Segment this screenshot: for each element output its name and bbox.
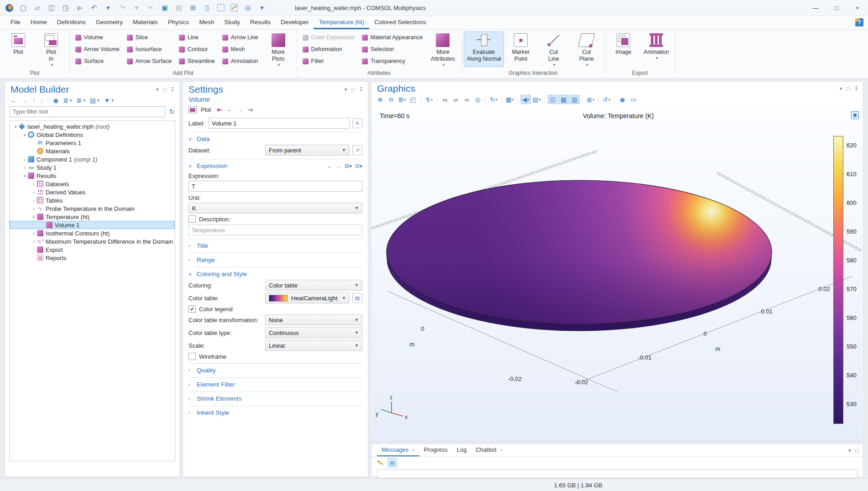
unit-select[interactable]: K▼ bbox=[188, 203, 362, 214]
pin-panel-icon[interactable]: ↧ bbox=[359, 86, 363, 93]
next-expression-icon[interactable]: → bbox=[336, 163, 341, 169]
tree-expander-icon[interactable]: › bbox=[21, 157, 28, 162]
close-button[interactable]: × bbox=[847, 0, 868, 16]
streamline-button[interactable]: Streamline bbox=[176, 56, 218, 67]
view-xy-icon[interactable]: xy bbox=[440, 95, 450, 104]
ribbon-tab-developer[interactable]: Developer bbox=[276, 16, 314, 29]
tree-node-results[interactable]: ∨Results bbox=[10, 172, 175, 180]
tree-node-materials[interactable]: Materials bbox=[10, 147, 175, 155]
filter-funnel-icon[interactable]: ▼▾ bbox=[104, 97, 114, 104]
tree-node-probe-temperature-in-the-domain[interactable]: ›∿Probe Temperature in the Domain bbox=[10, 204, 175, 213]
volume-button[interactable]: Volume bbox=[72, 32, 123, 43]
copy-icon[interactable]: ▣ bbox=[161, 4, 169, 12]
tree-node-parameters-1[interactable]: PiParameters 1 bbox=[10, 139, 175, 147]
save-as-icon[interactable]: ◳ bbox=[62, 4, 70, 12]
expression-menu-icon[interactable]: ⊟▾ bbox=[355, 163, 362, 169]
tree-expander-icon[interactable]: › bbox=[31, 181, 37, 187]
float-panel-icon[interactable]: □ bbox=[351, 86, 355, 93]
edit-color-table-icon[interactable]: ▤ bbox=[352, 293, 362, 303]
section-coloring-and-style[interactable]: ∨Coloring and Style bbox=[188, 267, 362, 278]
isosurface-button[interactable]: Isosurface bbox=[124, 44, 175, 55]
view-yz-icon[interactable]: yz bbox=[451, 95, 461, 104]
animation-button[interactable]: Animation▾ bbox=[640, 31, 672, 67]
duplicate-icon[interactable]: ⊞ bbox=[189, 4, 197, 12]
tree-node-tables[interactable]: ›Tables bbox=[10, 196, 175, 204]
description-input[interactable] bbox=[188, 225, 362, 235]
delete-icon[interactable]: ▯ bbox=[203, 4, 211, 12]
tree-expander-icon[interactable]: › bbox=[31, 239, 37, 244]
zoom-box-icon[interactable]: ⊞▾ bbox=[397, 95, 407, 104]
pin-panel-icon[interactable]: ↧ bbox=[854, 85, 858, 92]
paste-icon[interactable]: ▤ bbox=[175, 4, 183, 12]
tree-expander-icon[interactable]: ∨ bbox=[21, 173, 28, 178]
plot-context-icon[interactable] bbox=[851, 111, 859, 119]
axis-orientation-icon[interactable]: ↯▾ bbox=[424, 95, 434, 104]
zoom-in-icon[interactable]: ⊕ bbox=[375, 95, 385, 104]
panel-menu-icon[interactable]: ▾ bbox=[848, 447, 851, 454]
insert-expression-icon[interactable]: ⊞▾ bbox=[345, 163, 352, 169]
close-tab-icon[interactable]: × bbox=[412, 447, 414, 453]
section-quality[interactable]: ›Quality bbox=[188, 363, 362, 374]
redo-icon[interactable]: ↷ bbox=[118, 4, 126, 12]
open-file-icon[interactable]: ▱ bbox=[33, 4, 42, 12]
previous-plot-icon[interactable]: ← bbox=[226, 106, 233, 113]
color-legend-checkbox[interactable]: ✔ bbox=[188, 305, 196, 313]
surface-button[interactable]: Surface bbox=[72, 56, 123, 67]
transparency-button[interactable]: Transparency bbox=[359, 56, 426, 67]
section-range[interactable]: ›Range bbox=[188, 253, 362, 264]
ribbon-tab-geometry[interactable]: Geometry bbox=[91, 16, 128, 29]
panel-menu-icon[interactable]: ▾ bbox=[840, 85, 842, 92]
dataset-select[interactable]: From parent▼ bbox=[265, 145, 350, 156]
redo-dropdown-icon[interactable]: ▾ bbox=[132, 4, 141, 12]
select-box-icon[interactable] bbox=[217, 4, 225, 11]
ribbon-tab-results[interactable]: Results bbox=[245, 16, 276, 29]
ribbon-tab-mesh[interactable]: Mesh bbox=[194, 16, 219, 29]
maximize-button[interactable]: □ bbox=[826, 0, 847, 16]
show-table-icon[interactable]: ▦ bbox=[559, 95, 569, 104]
tree-node-global-definitions[interactable]: ∨Global Definitions bbox=[10, 131, 175, 139]
previous-expression-icon[interactable]: ← bbox=[327, 163, 333, 169]
cut-line-button[interactable]: Cut Line▾ bbox=[538, 31, 570, 67]
deformation-button[interactable]: Deformation bbox=[299, 44, 358, 55]
annotation-button[interactable]: Annotation bbox=[219, 56, 261, 67]
cut-plane-button[interactable]: Cut Plane▾ bbox=[570, 31, 602, 67]
move-up-icon[interactable]: ↑ bbox=[32, 97, 36, 104]
section-data[interactable]: ∨Data bbox=[188, 132, 362, 143]
appearance-icon[interactable]: ◍▾ bbox=[586, 95, 596, 104]
select-box-icon[interactable]: ⊡ bbox=[548, 95, 558, 104]
zoom-out-icon[interactable]: ⊖ bbox=[386, 95, 396, 104]
print-icon[interactable]: ▭ bbox=[628, 95, 638, 104]
refresh-icon[interactable]: ↻ bbox=[169, 108, 175, 116]
label-input[interactable] bbox=[209, 118, 350, 129]
section-element-filter[interactable]: ›Element Filter bbox=[188, 377, 362, 388]
tree-expander-icon[interactable]: › bbox=[21, 165, 28, 170]
minimize-button[interactable]: — bbox=[805, 0, 826, 16]
panel-menu-icon[interactable]: ▾ bbox=[345, 86, 347, 93]
color-table-transformation-select[interactable]: None▼ bbox=[265, 314, 362, 325]
find-icon[interactable]: ◎ bbox=[244, 4, 252, 12]
line-button[interactable]: Line bbox=[176, 32, 218, 43]
expression-input[interactable] bbox=[188, 181, 362, 192]
float-panel-icon[interactable]: □ bbox=[163, 86, 166, 93]
next-plot-icon[interactable]: → bbox=[237, 106, 243, 113]
mesh-button[interactable]: Mesh bbox=[219, 44, 261, 55]
color-table-type-select[interactable]: Continuous▼ bbox=[265, 327, 362, 338]
arrow-volume-button[interactable]: Arrow Volume bbox=[72, 44, 123, 55]
tree-expander-icon[interactable]: › bbox=[31, 189, 37, 195]
last-plot-icon[interactable]: ⇥ bbox=[247, 106, 253, 113]
tab-log[interactable]: Log bbox=[452, 444, 471, 456]
toolbar-overflow-icon[interactable]: ▾ bbox=[258, 4, 266, 12]
ribbon-tab-study[interactable]: Study bbox=[219, 16, 245, 29]
marker-point-button[interactable]: Marker Point bbox=[505, 31, 537, 67]
settings-plot-button[interactable]: Plot bbox=[201, 106, 211, 113]
ribbon-tab-home[interactable]: Home bbox=[26, 16, 52, 29]
show-icon[interactable]: ◉ bbox=[53, 97, 58, 104]
scene-configuration-icon[interactable]: ▦▾ bbox=[505, 95, 515, 104]
undo-dropdown-icon[interactable]: ▾ bbox=[104, 4, 112, 12]
section-shrink-elements[interactable]: ›Shrink Elements bbox=[188, 392, 362, 402]
ribbon-tab-colored-selections[interactable]: Colored Selections bbox=[369, 16, 431, 29]
tree-node-component-1[interactable]: ›Component 1(comp 1) bbox=[10, 155, 175, 163]
tree-node-datasets[interactable]: ›Datasets bbox=[10, 180, 175, 188]
float-panel-icon[interactable]: □ bbox=[847, 85, 850, 92]
tree-node-maximum-temperature-difference-in-the-domain[interactable]: ›∿*Maximum Temperature Difference in the… bbox=[10, 237, 175, 246]
